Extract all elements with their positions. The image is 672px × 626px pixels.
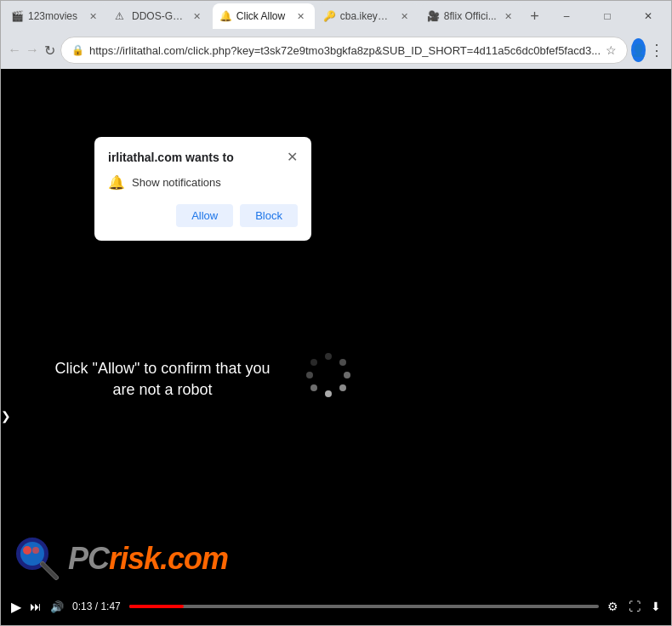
svg-point-3 xyxy=(344,372,350,378)
close-button[interactable]: ✕ xyxy=(629,3,668,30)
block-button[interactable]: Block xyxy=(240,204,298,227)
volume-button[interactable]: 🔊 xyxy=(50,600,64,613)
tab-close-1[interactable]: ✕ xyxy=(86,9,100,23)
profile-icon[interactable]: 👤 xyxy=(631,38,646,62)
tab-close-2[interactable]: ✕ xyxy=(191,9,204,23)
tab-label-3: Click Allow xyxy=(236,10,289,22)
tab-label-1: 123movies xyxy=(28,10,81,22)
svg-point-10 xyxy=(20,542,44,566)
svg-point-4 xyxy=(339,384,346,391)
address-bar: ← → ↻ 🔒 https://irlitathal.com/click.php… xyxy=(1,31,671,69)
popup-title: irlitathal.com wants to xyxy=(108,151,234,164)
popup-header: irlitathal.com wants to ✕ xyxy=(108,151,298,164)
notification-popup: irlitathal.com wants to ✕ 🔔 Show notific… xyxy=(94,137,311,241)
svg-point-6 xyxy=(310,384,317,391)
window-controls: – □ ✕ xyxy=(547,3,668,30)
tab-label-2: DDOS-GUA... xyxy=(132,10,185,22)
svg-point-7 xyxy=(306,372,313,378)
svg-point-8 xyxy=(310,359,317,366)
lock-icon: 🔒 xyxy=(71,44,84,56)
svg-point-5 xyxy=(325,390,332,397)
tab-favicon-5: 🎥 xyxy=(427,10,439,22)
video-controls: ▶ ⏭ 🔊 0:13 / 1:47 ⚙ ⛶ ⬇ xyxy=(1,588,671,625)
tab-cba[interactable]: 🔑 cba.ikeym... ✕ xyxy=(316,3,419,29)
bell-icon: 🔔 xyxy=(108,174,125,191)
tab-click-allow[interactable]: 🔔 Click Allow ✕ xyxy=(213,3,315,29)
tab-close-5[interactable]: ✕ xyxy=(502,9,515,23)
menu-icon[interactable]: ⋮ xyxy=(649,41,664,60)
download-button[interactable]: ⬇ xyxy=(651,600,661,613)
next-button[interactable]: ⏭ xyxy=(30,600,42,613)
side-arrow: ❯ xyxy=(1,409,11,423)
popup-close-button[interactable]: ✕ xyxy=(287,151,298,164)
back-button[interactable]: ← xyxy=(8,37,22,64)
restore-button[interactable]: □ xyxy=(588,3,627,30)
new-tab-button[interactable]: + xyxy=(524,4,545,28)
title-bar: 🎬 123movies ✕ ⚠ DDOS-GUA... ✕ 🔔 Click Al… xyxy=(1,1,671,31)
tab-label-5: 8flix Offici... xyxy=(444,10,497,22)
tab-close-4[interactable]: ✕ xyxy=(398,9,412,23)
pcrisk-text: PCrisk.com xyxy=(68,541,228,577)
tab-favicon-2: ⚠ xyxy=(115,10,127,22)
loading-spinner xyxy=(303,350,354,401)
minimize-button[interactable]: – xyxy=(547,3,586,30)
tab-close-3[interactable]: ✕ xyxy=(294,9,308,23)
tab-ddos[interactable]: ⚠ DDOS-GUA... ✕ xyxy=(108,3,211,29)
allow-button[interactable]: Allow xyxy=(176,204,233,227)
settings-button[interactable]: ⚙ xyxy=(607,600,618,613)
tab-favicon-3: 🔔 xyxy=(219,10,231,22)
pcrisk-logo: PCrisk.com xyxy=(14,535,228,583)
bookmark-icon[interactable]: ☆ xyxy=(606,43,617,57)
svg-point-12 xyxy=(32,547,39,554)
progress-bar[interactable] xyxy=(129,605,599,608)
progress-fill xyxy=(129,605,185,608)
reload-button[interactable]: ↻ xyxy=(43,37,57,64)
browser-window: 🎬 123movies ✕ ⚠ DDOS-GUA... ✕ 🔔 Click Al… xyxy=(0,0,672,626)
right-controls: ⚙ ⛶ ⬇ xyxy=(607,600,661,613)
click-confirm-text: Click "Allow" to confirm that you are no… xyxy=(43,358,282,401)
svg-line-14 xyxy=(43,564,56,578)
tab-favicon-4: 🔑 xyxy=(323,10,335,22)
popup-notification-item: 🔔 Show notifications xyxy=(108,174,298,191)
time-display: 0:13 / 1:47 xyxy=(72,600,121,612)
fullscreen-button[interactable]: ⛶ xyxy=(629,600,641,613)
svg-point-1 xyxy=(325,353,332,360)
url-bar[interactable]: 🔒 https://irlitathal.com/click.php?key=t… xyxy=(60,37,628,64)
popup-item-text: Show notifications xyxy=(132,176,221,189)
url-text: https://irlitathal.com/click.php?key=t3s… xyxy=(89,44,601,57)
play-button[interactable]: ▶ xyxy=(11,599,21,615)
svg-point-2 xyxy=(339,359,346,366)
browser-content: Click "Allow" to confirm that you are no… xyxy=(1,69,671,625)
tab-favicon-1: 🎬 xyxy=(11,10,23,22)
tab-8flix[interactable]: 🎥 8flix Offici... ✕ xyxy=(420,3,522,29)
pcrisk-icon xyxy=(14,535,61,583)
tab-label-4: cba.ikeym... xyxy=(340,10,393,22)
popup-buttons: Allow Block xyxy=(108,204,298,227)
forward-button[interactable]: → xyxy=(26,37,40,64)
tab-123movies[interactable]: 🎬 123movies ✕ xyxy=(4,3,106,29)
svg-point-11 xyxy=(23,546,31,555)
